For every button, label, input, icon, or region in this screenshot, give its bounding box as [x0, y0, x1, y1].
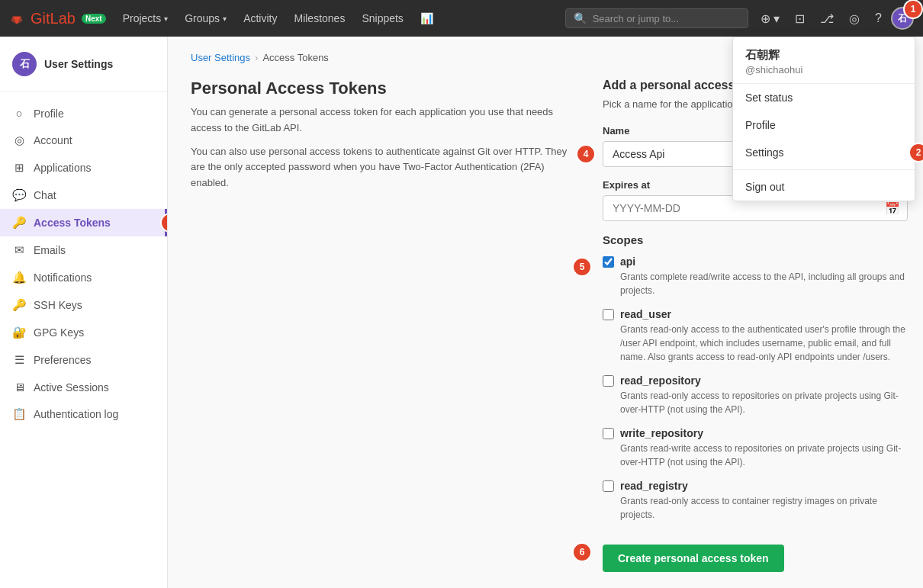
scope-api-row: api [603, 255, 908, 268]
top-navigation: GitLab Next Projects ▾ Groups ▾ Activity… [0, 0, 923, 37]
scope-read-user-checkbox[interactable] [603, 309, 614, 320]
scope-write-repo-name: write_repository [620, 427, 703, 439]
sidebar-item-notifications[interactable]: 🔔 Notifications [0, 264, 167, 291]
page-desc-1: You can generate a personal access token… [191, 104, 572, 137]
nav-projects[interactable]: Projects ▾ [115, 8, 176, 29]
scope-read-user-name: read_user [620, 308, 671, 320]
scope-read-registry-desc: Grants read-only access to container reg… [603, 494, 908, 522]
scope-read-user-desc: Grants read-only access to the authentic… [603, 323, 908, 364]
nav-stats[interactable]: 📊 [413, 8, 441, 29]
nav-milestones[interactable]: Milestones [286, 8, 352, 29]
nav-activity[interactable]: Activity [236, 8, 285, 29]
scope-read-user: read_user Grants read-only access to the… [603, 308, 908, 364]
sidebar-item-gpg-keys[interactable]: 🔐 GPG Keys [0, 319, 167, 346]
scope-read-registry-checkbox[interactable] [603, 480, 614, 492]
sidebar-item-preferences[interactable]: ☰ Preferences [0, 346, 167, 374]
scope-read-registry-row: read_registry [603, 480, 908, 492]
scope-read-registry: read_registry Grants read-only access to… [603, 480, 908, 522]
scope-api: api Grants complete read/write access to… [603, 255, 908, 297]
applications-icon: ⊞ [12, 161, 26, 175]
dropdown-username: 石朝辉 [745, 48, 902, 63]
scope-write-repo-desc: Grants read-write access to repositories… [603, 442, 908, 469]
sidebar-item-account[interactable]: ◎ Account [0, 127, 167, 154]
search-icon: 🔍 [574, 12, 587, 24]
next-badge: Next [82, 14, 106, 24]
sidebar-label-access-tokens: Access Tokens [34, 217, 111, 229]
create-token-button[interactable]: Create personal access token [603, 545, 784, 572]
scopes-title: Scopes [603, 233, 908, 246]
sidebar-title: User Settings [44, 58, 113, 70]
user-dropdown-menu: 石朝辉 @shichaohui Set status Profile Setti… [732, 37, 915, 201]
scopes-section: Scopes api Grants complete read/write ac… [603, 233, 908, 522]
search-input[interactable] [593, 13, 740, 24]
nav-items: Projects ▾ Groups ▾ Activity Milestones … [115, 8, 441, 29]
avatar-initials: 石 [898, 12, 907, 25]
dropdown-header: 石朝辉 @shichaohui [733, 37, 915, 84]
sidebar-label-account: Account [34, 134, 72, 146]
sidebar-label-chat: Chat [34, 189, 56, 201]
gitlab-logo[interactable]: GitLab Next [9, 10, 106, 27]
scope-write-repo-checkbox[interactable] [603, 428, 614, 439]
gpg-icon: 🔐 [12, 326, 26, 339]
scope-read-repo-checkbox[interactable] [603, 375, 614, 387]
nav-groups[interactable]: Groups ▾ [177, 8, 234, 29]
sidebar-item-access-tokens[interactable]: 🔑 Access Tokens 3 [0, 209, 167, 236]
sessions-icon: 🖥 [12, 381, 26, 394]
sidebar-label-ssh-keys: SSH Keys [34, 299, 82, 311]
scope-read-repo-row: read_repository [603, 374, 908, 387]
scope-read-repository: read_repository Grants read-only access … [603, 374, 908, 416]
page-desc-2: You can also use personal access tokens … [191, 144, 572, 191]
preferences-icon: ☰ [12, 353, 26, 367]
sidebar-item-active-sessions[interactable]: 🖥 Active Sessions [0, 374, 167, 400]
scope-read-user-row: read_user [603, 308, 908, 320]
sidebar-item-emails[interactable]: ✉ Emails [0, 236, 167, 264]
emails-icon: ✉ [12, 243, 26, 257]
sidebar-label-active-sessions: Active Sessions [34, 381, 109, 394]
nav-icon-group: ⊕ ▾ ⊡ ⎇ ◎ ? 石 1 [754, 7, 914, 31]
sidebar: 石 User Settings ○ Profile ◎ Account ⊞ Ap… [0, 37, 168, 588]
dropdown-handle: @shichaohui [745, 64, 902, 76]
sidebar-label-auth-log: Authentication log [34, 408, 118, 420]
calendar-icon: 📅 [885, 201, 900, 216]
profile-icon: ○ [12, 107, 26, 120]
profile-menu-item[interactable]: Profile [733, 111, 915, 139]
scope-read-registry-name: read_registry [620, 480, 688, 492]
breadcrumb-current: Access Tokens [262, 52, 328, 63]
ssh-icon: 🔑 [12, 298, 26, 312]
sidebar-item-ssh-keys[interactable]: 🔑 SSH Keys [0, 291, 167, 319]
nav-snippets[interactable]: Snippets [354, 8, 410, 29]
account-icon: ◎ [12, 133, 26, 147]
sidebar-label-gpg-keys: GPG Keys [34, 326, 84, 339]
search-bar[interactable]: 🔍 [565, 8, 748, 28]
terminal-icon[interactable]: ⊡ [789, 7, 811, 31]
help-icon[interactable]: ? [869, 7, 888, 30]
sidebar-item-auth-log[interactable]: 📋 Authentication log [0, 400, 167, 428]
access-tokens-icon: 🔑 [12, 216, 26, 230]
set-status-item[interactable]: Set status [733, 84, 915, 111]
breadcrumb-parent[interactable]: User Settings [191, 52, 250, 63]
auth-log-icon: 📋 [12, 407, 26, 421]
sign-out-item[interactable]: Sign out [733, 173, 915, 201]
scope-api-checkbox[interactable] [603, 256, 614, 268]
sidebar-label-preferences: Preferences [34, 354, 91, 366]
submit-wrapper: Create personal access token 6 [603, 532, 784, 572]
sidebar-avatar: 石 [12, 52, 37, 76]
issues-icon[interactable]: ◎ [843, 7, 866, 31]
gitlab-logo-text: GitLab [31, 10, 76, 27]
scope-write-repo-row: write_repository [603, 427, 908, 439]
scope-api-name: api [620, 255, 635, 268]
scope-api-desc: Grants complete read/write access to the… [603, 270, 908, 297]
plus-dropdown-button[interactable]: ⊕ ▾ [754, 7, 786, 31]
sidebar-label-profile: Profile [34, 108, 64, 120]
breadcrumb-separator: › [255, 52, 258, 63]
scope-read-repo-name: read_repository [620, 374, 701, 387]
sidebar-item-profile[interactable]: ○ Profile [0, 100, 167, 127]
sidebar-item-applications[interactable]: ⊞ Applications [0, 154, 167, 182]
user-avatar-button[interactable]: 石 1 [891, 7, 914, 30]
sidebar-item-chat[interactable]: 💬 Chat [0, 182, 167, 209]
sidebar-label-emails: Emails [34, 244, 66, 256]
merge-request-icon[interactable]: ⎇ [814, 7, 840, 31]
scope-write-repository: write_repository Grants read-write acces… [603, 427, 908, 469]
settings-menu-item[interactable]: Settings 2 [733, 139, 915, 166]
notifications-icon: 🔔 [12, 271, 26, 284]
